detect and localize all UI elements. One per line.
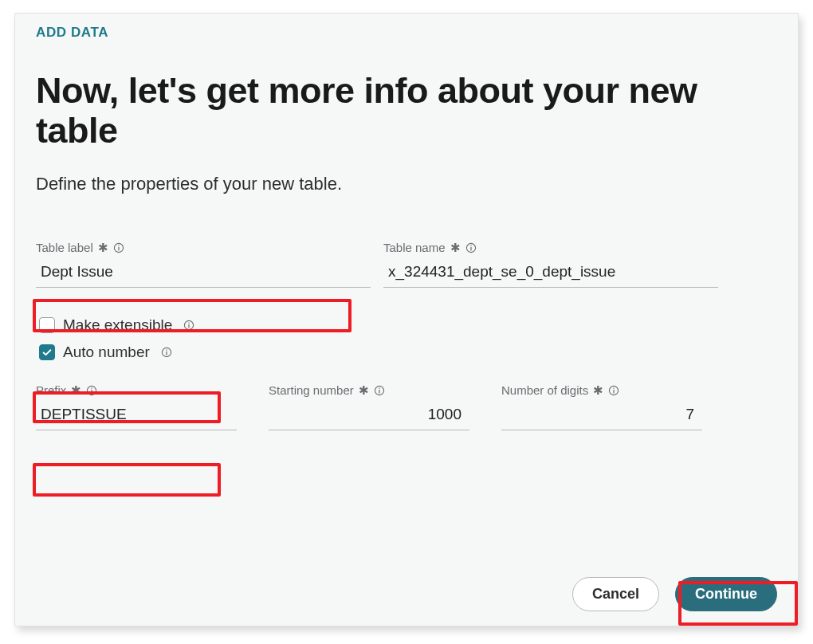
label-number-of-digits-text: Number of digits <box>501 383 588 397</box>
cancel-button[interactable]: Cancel <box>572 577 659 611</box>
label-starting-number: Starting number ✱ <box>269 383 469 398</box>
info-icon[interactable] <box>608 385 619 396</box>
field-table-label: Table label ✱ <box>36 241 371 288</box>
field-table-name: Table name ✱ <box>383 241 718 288</box>
svg-rect-14 <box>92 387 92 388</box>
required-asterisk-icon: ✱ <box>71 383 81 398</box>
highlight-prefix <box>33 463 221 497</box>
input-number-of-digits[interactable] <box>501 401 702 430</box>
input-table-label[interactable] <box>36 258 371 288</box>
page-title: Now, let's get more info about your new … <box>36 71 779 151</box>
label-table-name-text: Table name <box>383 241 446 254</box>
input-prefix[interactable] <box>36 401 237 430</box>
svg-rect-1 <box>118 247 119 250</box>
svg-rect-10 <box>166 351 167 355</box>
field-starting-number: Starting number ✱ <box>269 383 469 430</box>
input-table-name[interactable] <box>383 258 718 288</box>
field-number-of-digits: Number of digits ✱ <box>501 383 702 430</box>
svg-rect-16 <box>379 390 379 393</box>
required-asterisk-icon: ✱ <box>359 383 369 398</box>
field-prefix: Prefix ✱ <box>36 383 237 430</box>
svg-rect-13 <box>92 390 92 393</box>
svg-rect-5 <box>470 245 471 245</box>
svg-rect-2 <box>118 245 119 245</box>
required-asterisk-icon: ✱ <box>98 241 108 255</box>
svg-rect-20 <box>614 387 615 388</box>
label-prefix-text: Prefix <box>36 383 66 397</box>
info-icon[interactable] <box>465 242 477 253</box>
checkbox-row-auto-number[interactable]: Auto number <box>36 339 779 366</box>
info-icon[interactable] <box>374 385 385 396</box>
svg-rect-19 <box>614 390 615 393</box>
checkbox-make-extensible[interactable] <box>39 317 55 333</box>
svg-rect-8 <box>189 322 190 323</box>
label-prefix: Prefix ✱ <box>36 383 237 398</box>
page-subtitle: Define the properties of your new table. <box>36 174 779 194</box>
label-table-label-text: Table label <box>36 241 93 254</box>
input-starting-number[interactable] <box>269 401 469 430</box>
dialog-add-data: ADD DATA Now, let's get more info about … <box>14 13 799 626</box>
label-table-label: Table label ✱ <box>36 241 371 255</box>
label-number-of-digits: Number of digits ✱ <box>501 383 702 398</box>
svg-rect-11 <box>166 349 167 350</box>
info-icon[interactable] <box>161 347 172 358</box>
checkbox-auto-number[interactable] <box>39 344 55 360</box>
info-icon[interactable] <box>86 385 97 396</box>
checkbox-label-make-extensible: Make extensible <box>63 316 172 334</box>
label-starting-number-text: Starting number <box>269 383 354 397</box>
breadcrumb: ADD DATA <box>36 25 779 41</box>
svg-rect-17 <box>379 387 379 388</box>
checkbox-row-make-extensible[interactable]: Make extensible <box>36 312 779 339</box>
info-icon[interactable] <box>183 320 194 331</box>
footer-buttons: Cancel Continue <box>572 577 777 611</box>
info-icon[interactable] <box>113 242 124 253</box>
continue-button[interactable]: Continue <box>675 577 777 611</box>
svg-rect-4 <box>470 247 471 250</box>
label-table-name: Table name ✱ <box>383 241 718 255</box>
required-asterisk-icon: ✱ <box>593 383 603 398</box>
svg-rect-7 <box>189 324 190 328</box>
checkbox-group: Make extensible Auto number <box>36 312 779 366</box>
checkbox-label-auto-number: Auto number <box>63 344 150 361</box>
required-asterisk-icon: ✱ <box>450 241 461 255</box>
